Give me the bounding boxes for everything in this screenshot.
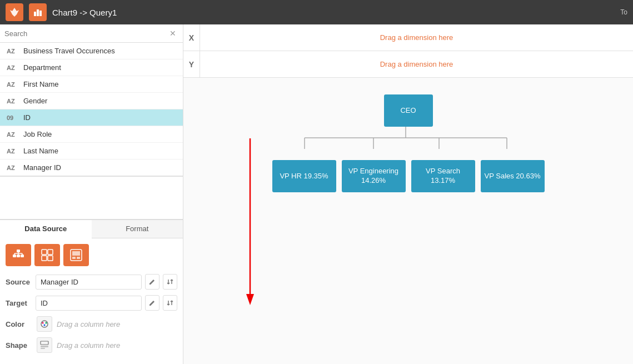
org-node-vp-search: VP Search 13.17%	[411, 160, 475, 192]
field-item-last-name[interactable]: AZ Last Name	[0, 143, 183, 159]
field-label: Job Role	[23, 130, 52, 138]
field-label: Manager ID	[23, 163, 61, 172]
svg-rect-1	[34, 12, 36, 16]
svg-rect-24	[41, 341, 48, 345]
field-type: AZ	[7, 98, 19, 104]
svg-rect-6	[17, 255, 20, 257]
svg-rect-17	[72, 251, 80, 256]
shape-row: Shape Drag a column here	[6, 337, 177, 353]
org-node-vp-sales: VP Sales 20.63%	[481, 160, 545, 192]
field-label: Business Travel Occurences	[23, 47, 115, 55]
svg-rect-2	[37, 9, 39, 16]
main-layout: ✕ AZ Business Travel Occurences AZ Depar…	[0, 24, 633, 364]
chart-type-org[interactable]	[6, 244, 31, 266]
tab-datasource[interactable]: Data Source	[0, 220, 92, 238]
field-type: AZ	[7, 64, 19, 71]
tab-format[interactable]: Format	[92, 220, 183, 238]
source-sort-button[interactable]	[163, 274, 177, 290]
field-type: AZ	[7, 48, 19, 54]
app-logo	[6, 3, 23, 21]
field-item-job-role[interactable]: AZ Job Role	[0, 126, 183, 143]
left-panel: ✕ AZ Business Travel Occurences AZ Depar…	[0, 24, 183, 364]
target-label: Target	[6, 299, 32, 307]
svg-rect-15	[48, 256, 53, 261]
chart-type-treemap[interactable]	[34, 244, 60, 266]
bottom-panel: Data Source Format	[0, 219, 183, 364]
svg-marker-0	[10, 8, 19, 17]
y-drop-zone[interactable]: Drag a dimension here	[200, 60, 633, 68]
search-close-button[interactable]: ✕	[167, 28, 178, 39]
search-input[interactable]	[4, 29, 167, 38]
x-axis-row: X Drag a dimension here	[183, 24, 633, 51]
target-input[interactable]	[36, 296, 142, 311]
chart-type-other[interactable]	[63, 244, 89, 266]
header: Chart9 -> Query1 To	[0, 0, 633, 24]
svg-point-20	[41, 321, 48, 327]
y-axis-row: Y Drag a dimension here	[183, 51, 633, 78]
field-label: Department	[23, 63, 61, 72]
field-label: Gender	[23, 97, 47, 105]
field-type: AZ	[7, 81, 19, 88]
chart-type-icons	[6, 244, 177, 266]
svg-rect-19	[77, 257, 80, 259]
svg-point-22	[46, 322, 47, 324]
field-item-business-travel[interactable]: AZ Business Travel Occurences	[0, 43, 183, 59]
source-label: Source	[6, 278, 32, 286]
field-item-id[interactable]: 09 ID	[0, 109, 183, 126]
svg-rect-7	[21, 255, 24, 257]
target-edit-button[interactable]	[145, 295, 160, 311]
bottom-content: Source Target	[0, 238, 183, 364]
org-node-vp-hr: VP HR 19.35%	[272, 160, 336, 192]
svg-point-23	[44, 325, 46, 326]
target-row: Target	[6, 295, 177, 311]
chart-tab-icon[interactable]	[29, 3, 47, 21]
x-drop-zone[interactable]: Drag a dimension here	[200, 33, 633, 42]
field-type: AZ	[7, 131, 19, 138]
svg-rect-18	[72, 257, 76, 259]
connector-lines	[272, 127, 550, 160]
field-item-department[interactable]: AZ Department	[0, 59, 183, 76]
svg-rect-12	[42, 250, 47, 255]
header-right-text: To	[620, 8, 627, 16]
target-sort-button[interactable]	[163, 295, 177, 311]
org-node-ceo: CEO	[384, 94, 433, 127]
org-node-vp-engineering: VP Engineering 14.26%	[342, 160, 406, 192]
field-label: First Name	[23, 80, 59, 88]
bottom-tabs: Data Source Format	[0, 220, 183, 238]
y-axis-label: Y	[183, 51, 200, 77]
fields-list: AZ Business Travel Occurences AZ Departm…	[0, 43, 183, 219]
field-item-first-name[interactable]: AZ First Name	[0, 76, 183, 93]
svg-rect-25	[41, 346, 48, 347]
color-icon: <	[37, 316, 52, 332]
field-type: AZ	[7, 148, 19, 154]
svg-rect-26	[41, 348, 45, 349]
field-type: AZ	[7, 164, 19, 171]
color-label: Color	[6, 320, 32, 328]
chart-canvas: CEO VP HR 19.35% VP Engineering 14.26% V…	[183, 78, 633, 364]
svg-rect-3	[39, 11, 42, 16]
svg-rect-4	[17, 250, 20, 252]
source-row: Source	[6, 274, 177, 290]
color-placeholder: Drag a column here	[57, 320, 120, 328]
field-item-manager-id[interactable]: AZ Manager ID	[0, 159, 183, 177]
field-label: ID	[23, 113, 31, 122]
svg-rect-5	[13, 255, 16, 257]
svg-rect-13	[48, 250, 53, 255]
field-item-gender[interactable]: AZ Gender	[0, 93, 183, 109]
shape-label: Shape	[6, 341, 32, 350]
field-label: Last Name	[23, 147, 58, 155]
shape-icon	[37, 337, 52, 353]
svg-point-21	[42, 322, 44, 324]
x-axis-label: X	[183, 24, 200, 51]
source-edit-button[interactable]	[145, 274, 160, 290]
source-input[interactable]	[36, 275, 142, 290]
page-title: Chart9 -> Query1	[52, 8, 117, 17]
field-type: 09	[7, 114, 19, 121]
search-bar: ✕	[0, 24, 183, 43]
shape-placeholder: Drag a column here	[57, 341, 120, 350]
right-panel: X Drag a dimension here Y Drag a dimensi…	[183, 24, 633, 364]
color-row: Color < Drag a column here	[6, 316, 177, 332]
svg-rect-14	[42, 256, 47, 261]
